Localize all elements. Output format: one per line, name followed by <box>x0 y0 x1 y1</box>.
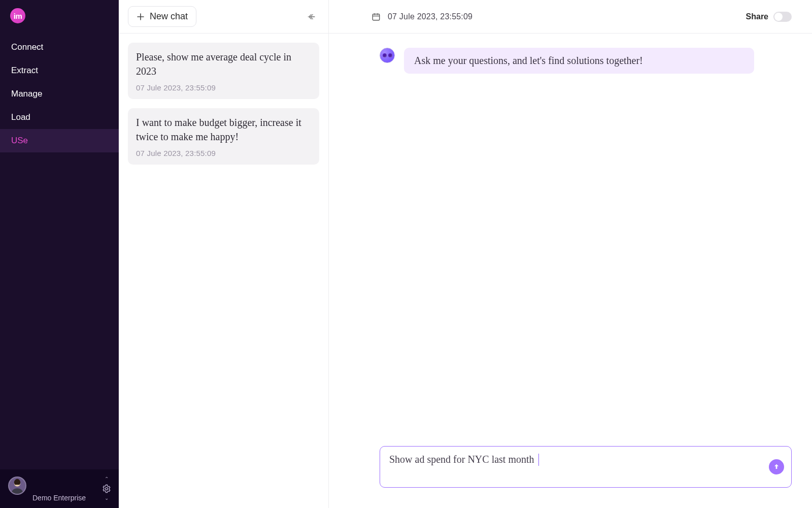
svg-point-1 <box>106 488 108 490</box>
sidebar-footer-controls: ⌃ ⌄ <box>101 477 112 501</box>
sidebar-item-extract[interactable]: Extract <box>0 59 119 82</box>
toggle-knob <box>774 13 783 21</box>
send-button[interactable] <box>769 459 784 474</box>
sidebar: im Connect Extract Manage Load USe Demo … <box>0 0 119 508</box>
bot-message-text: Ask me your questions, and let's find so… <box>414 55 643 66</box>
brand-logo-text: im <box>14 12 22 20</box>
bot-message-bubble: Ask me your questions, and let's find so… <box>404 48 754 74</box>
messages-area: Ask me your questions, and let's find so… <box>329 34 812 446</box>
message-input-value: Show ad spend for NYC last month <box>389 454 534 465</box>
history-item[interactable]: I want to make budget bigger, increase i… <box>128 108 319 165</box>
message-input[interactable]: Show ad spend for NYC last month <box>380 446 792 488</box>
history-panel: New chat Please, show me average deal cy… <box>119 0 329 508</box>
plus-icon <box>137 13 145 21</box>
text-cursor <box>538 454 539 466</box>
gear-icon <box>102 484 111 493</box>
sidebar-item-label: Extract <box>11 66 38 75</box>
user-avatar[interactable] <box>8 477 26 495</box>
calendar-icon <box>371 12 381 21</box>
arrow-left-icon <box>307 12 316 21</box>
new-chat-label: New chat <box>150 11 188 22</box>
new-chat-button[interactable]: New chat <box>128 6 196 27</box>
chevron-up-icon[interactable]: ⌃ <box>101 477 112 482</box>
sidebar-footer: Demo Enterprise ⌃ ⌄ <box>0 469 119 508</box>
sidebar-nav: Connect Extract Manage Load USe <box>0 36 119 469</box>
sidebar-item-manage[interactable]: Manage <box>0 82 119 106</box>
sidebar-footer-text: Demo Enterprise <box>32 477 111 502</box>
logo-container: im <box>0 0 119 36</box>
brand-logo[interactable]: im <box>10 8 25 23</box>
history-item-title: I want to make budget bigger, increase i… <box>136 115 311 144</box>
sidebar-item-label: Connect <box>11 42 43 52</box>
history-header: New chat <box>119 0 328 34</box>
user-label: Demo Enterprise <box>32 494 111 502</box>
chevron-down-icon[interactable]: ⌄ <box>101 496 112 501</box>
chat-header-left: 07 Jule 2023, 23:55:09 <box>371 12 472 21</box>
sidebar-item-label: Manage <box>11 89 42 99</box>
arrow-up-icon <box>772 463 781 471</box>
collapse-history-button[interactable] <box>304 9 319 24</box>
chat-header-right: Share <box>746 12 792 22</box>
history-list: Please, show me average deal cycle in 20… <box>119 34 328 508</box>
sidebar-item-load[interactable]: Load <box>0 106 119 129</box>
composer-area: Show ad spend for NYC last month <box>329 446 812 508</box>
chat-panel: 07 Jule 2023, 23:55:09 Share Ask me your… <box>329 0 812 508</box>
sidebar-item-label: Load <box>11 112 30 122</box>
history-item-date: 07 Jule 2023, 23:55:09 <box>136 149 311 157</box>
bot-avatar <box>380 48 395 63</box>
svg-rect-3 <box>373 14 380 20</box>
settings-button[interactable] <box>101 484 112 494</box>
history-item-date: 07 Jule 2023, 23:55:09 <box>136 83 311 92</box>
app-root: im Connect Extract Manage Load USe Demo … <box>0 0 812 508</box>
history-item[interactable]: Please, show me average deal cycle in 20… <box>128 43 319 99</box>
chat-date: 07 Jule 2023, 23:55:09 <box>388 12 472 21</box>
chat-header: 07 Jule 2023, 23:55:09 Share <box>329 0 812 34</box>
sidebar-item-use[interactable]: USe <box>0 129 119 152</box>
sidebar-item-label: USe <box>11 136 28 145</box>
sidebar-item-connect[interactable]: Connect <box>0 36 119 59</box>
share-toggle[interactable] <box>773 12 792 22</box>
share-label: Share <box>746 12 768 21</box>
bot-message-row: Ask me your questions, and let's find so… <box>380 48 766 74</box>
history-item-title: Please, show me average deal cycle in 20… <box>136 50 311 78</box>
